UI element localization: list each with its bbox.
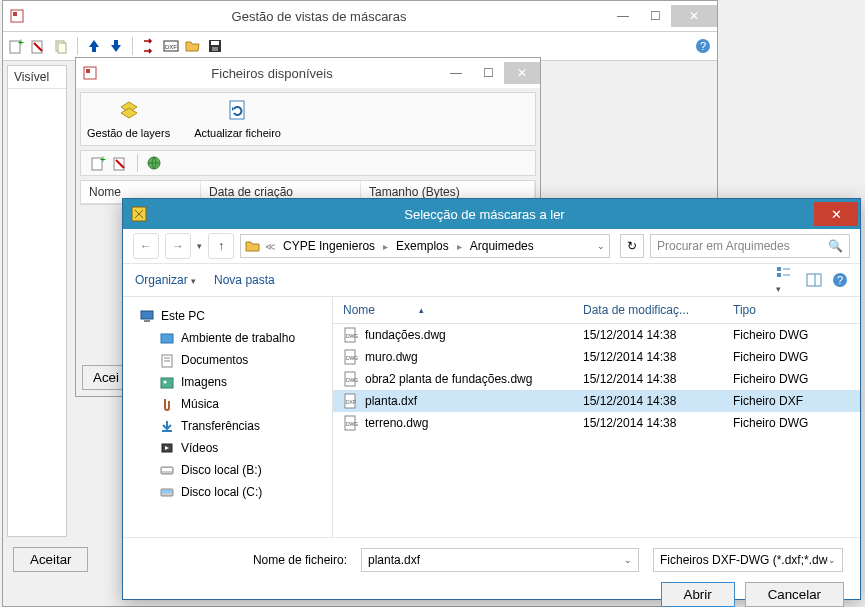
svg-rect-7 [58,43,66,53]
close-button[interactable]: ✕ [504,62,540,84]
import-icon[interactable] [141,38,157,54]
up-arrow-icon[interactable] [86,38,102,54]
delete-icon[interactable] [113,155,129,171]
open-button[interactable]: Abrir [661,582,735,607]
separator [137,154,138,172]
window-title: Ficheiros disponíveis [104,66,440,81]
search-input[interactable]: Procurar em Arquimedes 🔍 [650,234,850,258]
svg-text:?: ? [700,40,706,52]
minimize-button[interactable]: — [607,5,639,27]
tree-item[interactable]: Transferências [123,415,332,437]
svg-rect-44 [162,468,172,471]
accept-button[interactable]: Aceitar [13,547,88,572]
maximize-button[interactable]: ☐ [639,5,671,27]
folder-tree[interactable]: Este PC Ambiente de trabalhoDocumentosIm… [123,297,333,537]
layers-icon [117,99,141,123]
file-list: Nome▴ Data de modificaç... Tipo DWGfunda… [333,297,860,537]
svg-text:DXF: DXF [165,44,177,50]
file-row[interactable]: DWGmuro.dwg15/12/2014 14:38Ficheiro DWG [333,346,860,368]
visible-panel: Visível [7,65,67,537]
add-icon[interactable]: + [91,155,107,171]
svg-text:DXF: DXF [346,399,356,405]
filename-input[interactable]: planta.dxf ⌄ [361,548,639,572]
refresh-button[interactable]: ↻ [620,234,644,258]
forward-button[interactable]: → [165,233,191,259]
crumb[interactable]: Exemplos [392,237,453,255]
tree-item[interactable]: Disco local (B:) [123,459,332,481]
svg-text:+: + [100,155,106,165]
chevron-down-icon: ⌄ [624,555,632,565]
organize-menu[interactable]: Organizar ▾ [135,273,196,287]
svg-text:DWG: DWG [346,377,358,383]
new-folder-button[interactable]: Nova pasta [214,273,275,287]
file-icon: DWG [343,327,359,343]
refresh-tool[interactable]: Actualizar ficheiro [194,99,281,139]
crumb[interactable]: Arquimedes [466,237,538,255]
chevron-right-icon: ▸ [457,241,462,252]
file-row[interactable]: DXFplanta.dxf15/12/2014 14:38Ficheiro DX… [333,390,860,412]
open-folder-icon[interactable] [185,38,201,54]
col-type[interactable]: Tipo [723,297,860,323]
dxf-icon[interactable]: DXF [163,38,179,54]
view-menu[interactable]: ▾ [776,265,796,295]
tree-item[interactable]: Documentos [123,349,332,371]
svg-rect-33 [144,320,150,322]
tree-item[interactable]: Música [123,393,332,415]
app-icon [9,8,25,24]
history-dropdown[interactable]: ▾ [197,241,202,251]
close-button[interactable]: ✕ [814,202,858,226]
filename-label: Nome de ficheiro: [139,553,353,567]
titlebar: Selecção de máscaras a ler ✕ [123,199,860,229]
folder-icon [159,374,175,390]
cancel-button[interactable]: Cancelar [745,582,844,607]
file-row[interactable]: DWGfundações.dwg15/12/2014 14:38Ficheiro… [333,324,860,346]
tree-root[interactable]: Este PC [123,305,332,327]
svg-text:DWG: DWG [346,355,358,361]
chevron-down-icon: ⌄ [828,555,836,565]
copy-icon[interactable] [53,38,69,54]
minimize-button[interactable]: — [440,62,472,84]
file-row[interactable]: DWGobra2 planta de fundações.dwg15/12/20… [333,368,860,390]
folder-icon [159,396,175,412]
dialog-title: Selecção de máscaras a ler [155,207,814,222]
help-icon[interactable]: ? [832,272,848,288]
close-button[interactable]: ✕ [671,5,717,27]
down-arrow-icon[interactable] [108,38,124,54]
svg-rect-12 [212,47,218,51]
col-date[interactable]: Data de modificaç... [573,297,723,323]
titlebar: Gestão de vistas de máscaras — ☐ ✕ [3,1,717,31]
search-placeholder: Procurar em Arquimedes [657,239,790,253]
back-button[interactable]: ← [133,233,159,259]
file-row[interactable]: DWGterreno.dwg15/12/2014 14:38Ficheiro D… [333,412,860,434]
breadcrumb[interactable]: ≪ CYPE Ingenieros ▸ Exemplos ▸ Arquimede… [240,234,610,258]
folder-icon [159,484,175,500]
file-icon: DXF [343,393,359,409]
svg-rect-25 [777,273,781,277]
svg-text:?: ? [837,274,843,286]
crumb[interactable]: CYPE Ingenieros [279,237,379,255]
filetype-filter[interactable]: Ficheiros DXF-DWG (*.dxf;*.dwg ⌄ [653,548,843,572]
layers-tool[interactable]: Gestão de layers [87,99,170,139]
sort-asc-icon: ▴ [419,305,424,315]
delete-icon[interactable] [31,38,47,54]
refresh-file-icon [226,99,250,123]
tree-item[interactable]: Ambiente de trabalho [123,327,332,349]
tree-item[interactable]: Disco local (C:) [123,481,332,503]
maximize-button[interactable]: ☐ [472,62,504,84]
folder-icon [159,418,175,434]
col-name[interactable]: Nome▴ [333,297,573,323]
sub-toolbar: + [80,150,536,176]
add-icon[interactable]: + [9,38,25,54]
path-dropdown[interactable]: ⌄ [597,241,605,251]
up-button[interactable]: ↑ [208,233,234,259]
tree-item[interactable]: Vídeos [123,437,332,459]
file-icon: DWG [343,415,359,431]
globe-icon[interactable] [146,155,162,171]
svg-rect-24 [777,267,781,271]
preview-pane-button[interactable] [806,272,822,288]
tree-item[interactable]: Imagens [123,371,332,393]
svg-text:+: + [18,38,24,48]
titlebar: Ficheiros disponíveis — ☐ ✕ [76,58,540,88]
help-icon[interactable]: ? [695,38,711,54]
save-icon[interactable] [207,38,223,54]
